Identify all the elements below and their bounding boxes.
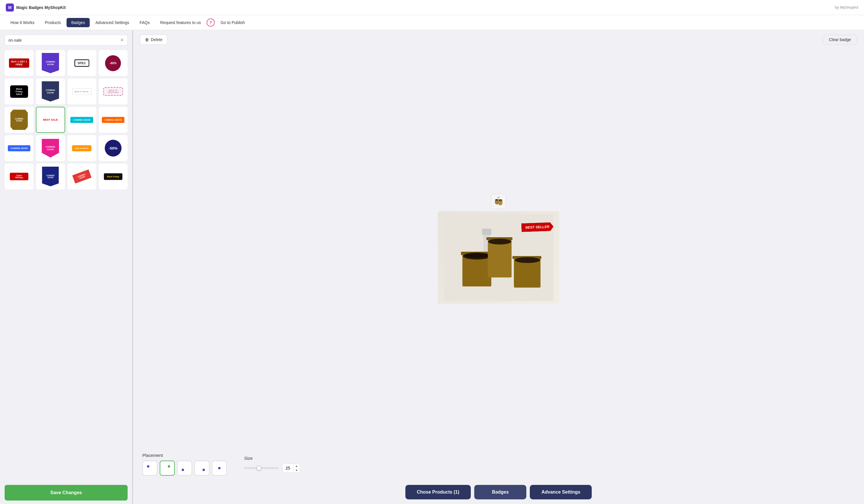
badge-comingsoon-orange[interactable]: COMING SOON	[99, 107, 128, 133]
best-seller-badge: BEST SELLER	[521, 222, 554, 232]
svg-point-23	[218, 467, 220, 469]
badge-spec[interactable]: SPEC	[68, 50, 96, 76]
question-icon[interactable]: ?	[207, 19, 215, 27]
svg-point-15	[488, 239, 511, 244]
logo-area: M Magic Badges MyShopKit	[6, 3, 835, 12]
product-image-container: BEST SELLER	[438, 211, 559, 304]
size-up-arrow[interactable]: ▲	[293, 464, 300, 468]
advance-settings-button[interactable]: Advance Settings	[530, 485, 592, 499]
svg-point-19	[147, 465, 149, 468]
svg-point-12	[465, 253, 489, 258]
nav-how-it-works[interactable]: How It Works	[6, 18, 39, 27]
badge-backtoshopping[interactable]: BACK TO SHOPPING	[99, 79, 128, 105]
placement-bottom-left[interactable]	[177, 460, 192, 476]
nav-advanced-settings[interactable]: Advanced Settings	[91, 18, 134, 27]
save-changes-button[interactable]: Save Changes	[5, 485, 128, 501]
badge-blackfriday2[interactable]: Black Friday	[99, 164, 128, 190]
svg-point-22	[203, 469, 205, 471]
svg-point-20	[168, 465, 170, 468]
placement-label: Placement	[142, 453, 227, 458]
svg-point-3	[498, 199, 502, 201]
placement-bottom-right[interactable]	[194, 460, 209, 476]
badges-button[interactable]: Badges	[474, 485, 526, 499]
badge-50off[interactable]: -50%	[99, 135, 128, 161]
svg-point-18	[515, 257, 540, 263]
badge-comingsoon-blue[interactable]: COMING SOON	[5, 135, 34, 161]
svg-rect-14	[488, 240, 512, 277]
top-bar: 🗑 Delete Clear badge	[133, 30, 864, 49]
nav-badges[interactable]: Badges	[67, 18, 89, 27]
clear-badge-button[interactable]: Clear badge	[823, 35, 857, 45]
product-thumb-image	[493, 196, 504, 207]
badge-comingsoon-red[interactable]: COMING SOON	[68, 164, 96, 190]
size-label: Size	[244, 456, 300, 460]
badge-60off[interactable]: -60%	[99, 50, 128, 76]
search-input[interactable]	[8, 38, 120, 43]
badge-comingsoon-blue2[interactable]: COMINGSOON	[36, 164, 65, 190]
placement-top-left[interactable]	[142, 460, 157, 476]
right-panel: 🗑 Delete Clear badge	[133, 30, 864, 504]
svg-point-1	[495, 199, 499, 201]
svg-rect-8	[482, 229, 491, 235]
preview-area: BEST SELLER	[133, 49, 864, 448]
badge-buy1free[interactable]: BUY 1 GET 1 FREE	[5, 50, 34, 76]
placement-options	[142, 460, 227, 476]
logo-icon: M	[6, 3, 14, 12]
badge-grid: BUY 1 GET 1 FREE COMINGSOON SPEC -60% Bl…	[0, 50, 132, 481]
badge-cybermonday[interactable]: Cyber Monday	[5, 164, 34, 190]
main-content: ✕ BUY 1 GET 1 FREE COMINGSOON SPEC -60% …	[0, 30, 864, 504]
size-down-arrow[interactable]: ▼	[293, 468, 300, 472]
badge-outofstock[interactable]: Out of stock	[68, 135, 96, 161]
size-arrows: ▲ ▼	[293, 464, 300, 472]
nav-products[interactable]: Products	[40, 18, 65, 27]
app-title: Magic Badges MyShopKit	[16, 5, 66, 10]
delete-button[interactable]: 🗑 Delete	[140, 35, 167, 45]
search-clear-icon[interactable]: ✕	[120, 37, 124, 43]
size-control: 25 ▲ ▼	[244, 464, 300, 473]
badge-comingsoon-navy[interactable]: COMINGSOON	[36, 79, 65, 105]
badge-backinstock[interactable]: Back in Stock.	[68, 79, 96, 105]
svg-point-21	[182, 469, 184, 471]
chose-products-button[interactable]: Chose Products (1)	[405, 485, 471, 499]
nav-faqs[interactable]: FAQs	[135, 18, 154, 27]
size-input-box: 25 ▲ ▼	[283, 464, 300, 473]
size-group: Size 25 ▲ ▼	[244, 456, 300, 473]
placement-center[interactable]	[212, 460, 227, 476]
badge-comingsoon-purple[interactable]: COMINGSOON	[36, 50, 65, 76]
search-box: ✕	[5, 35, 128, 45]
size-slider[interactable]	[244, 467, 279, 469]
svg-rect-17	[514, 259, 540, 288]
badge-bestsale[interactable]: BEST SALE	[36, 107, 65, 133]
by-label: by MyShopKit	[835, 5, 858, 10]
size-value: 25	[283, 464, 293, 472]
controls-area: Placement	[133, 448, 864, 480]
header: M Magic Badges MyShopKit by MyShopKit	[0, 0, 864, 15]
product-thumbnail	[491, 194, 506, 209]
nav-request-features[interactable]: Request features to us	[155, 18, 205, 27]
main-nav: How It Works Products Badges Advanced Se…	[0, 15, 864, 30]
placement-top-right[interactable]	[160, 460, 175, 476]
trash-icon: 🗑	[145, 37, 149, 42]
nav-go-to-publish[interactable]: Go to Publish	[216, 18, 249, 27]
svg-rect-5	[497, 197, 500, 198]
bottom-bar: Chose Products (1) Badges Advance Settin…	[133, 480, 864, 504]
search-area: ✕	[0, 30, 132, 50]
left-panel: ✕ BUY 1 GET 1 FREE COMINGSOON SPEC -60% …	[0, 30, 133, 504]
badge-comingsoon-cyan[interactable]: COMING SOON	[68, 107, 96, 133]
badge-comingsoon-pink[interactable]: COMINGSOON	[36, 135, 65, 161]
badge-comingsoon-gold[interactable]: COMINGSOON	[5, 107, 34, 133]
badge-blackfriday[interactable]: Black Friday SALE	[5, 79, 34, 105]
placement-group: Placement	[142, 453, 227, 476]
